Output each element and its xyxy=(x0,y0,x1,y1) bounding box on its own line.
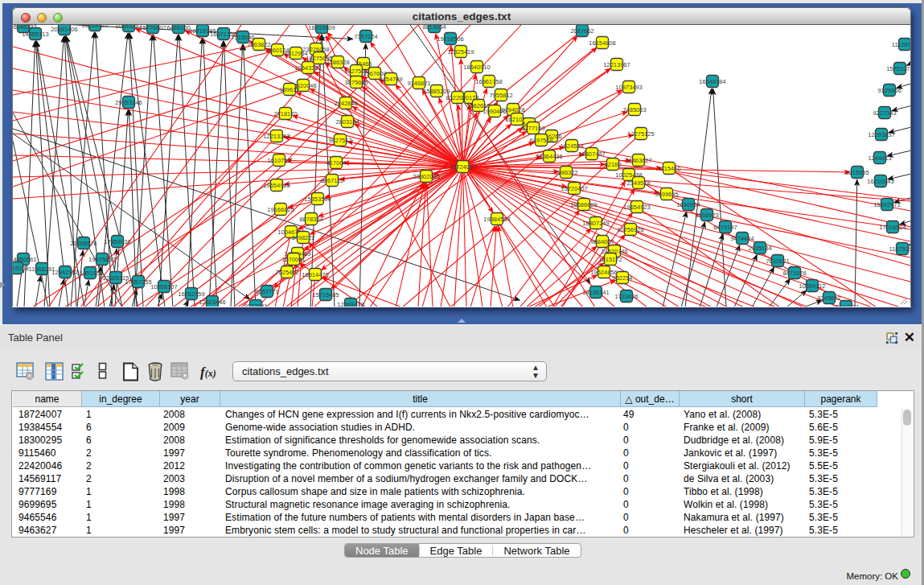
svg-text:9684067: 9684067 xyxy=(590,238,614,245)
svg-text:10756928: 10756928 xyxy=(617,226,643,233)
svg-text:9699695: 9699695 xyxy=(655,191,678,198)
svg-text:9129966: 9129966 xyxy=(877,87,901,94)
svg-text:15720407: 15720407 xyxy=(561,185,587,192)
svg-text:8267110: 8267110 xyxy=(321,177,344,184)
svg-text:18939322: 18939322 xyxy=(81,25,108,29)
svg-text:12213363: 12213363 xyxy=(263,133,290,140)
svg-text:7625402: 7625402 xyxy=(275,269,298,276)
svg-text:11126770: 11126770 xyxy=(892,41,910,48)
svg-text:9657771: 9657771 xyxy=(255,288,278,295)
svg-text:20691406: 20691406 xyxy=(51,26,77,33)
svg-text:417004: 417004 xyxy=(326,159,346,167)
svg-text:16961758: 16961758 xyxy=(475,78,502,85)
svg-text:19166825: 19166825 xyxy=(267,206,294,213)
svg-text:9115460: 9115460 xyxy=(658,165,681,172)
svg-text:15692971: 15692971 xyxy=(873,201,900,208)
svg-text:6497568: 6497568 xyxy=(529,137,552,144)
svg-text:12668478: 12668478 xyxy=(337,301,363,307)
svg-text:23302035: 23302035 xyxy=(413,173,439,180)
svg-text:252254: 252254 xyxy=(612,274,632,282)
svg-text:12213967: 12213967 xyxy=(603,61,630,68)
svg-text:3498222: 3498222 xyxy=(291,234,314,241)
svg-text:12093837: 12093837 xyxy=(868,131,894,138)
svg-text:29053346: 29053346 xyxy=(115,99,142,106)
svg-text:14055713: 14055713 xyxy=(22,31,48,38)
svg-text:16914479: 16914479 xyxy=(302,271,328,278)
svg-text:11451958: 11451958 xyxy=(77,270,104,277)
svg-text:2718170: 2718170 xyxy=(273,110,297,117)
svg-text:9072991: 9072991 xyxy=(244,303,267,307)
svg-text:20206576: 20206576 xyxy=(70,240,97,247)
svg-text:12942737: 12942737 xyxy=(51,269,78,276)
svg-text:12923446: 12923446 xyxy=(199,299,225,306)
svg-text:989612: 989612 xyxy=(279,86,299,93)
svg-text:19384554: 19384554 xyxy=(483,216,510,223)
svg-text:2087662: 2087662 xyxy=(570,27,593,35)
svg-text:21364436: 21364436 xyxy=(536,153,562,160)
svg-text:2242848: 2242848 xyxy=(334,100,357,107)
svg-text:7632621: 7632621 xyxy=(766,257,789,265)
svg-text:1733426: 1733426 xyxy=(614,293,638,300)
svg-text:14136141: 14136141 xyxy=(582,289,609,296)
svg-text:3915168: 3915168 xyxy=(13,265,29,272)
svg-text:7955812: 7955812 xyxy=(489,92,512,99)
svg-text:20542871: 20542871 xyxy=(832,303,859,307)
svg-text:8813054: 8813054 xyxy=(422,25,446,31)
svg-text:16648784: 16648784 xyxy=(699,78,725,85)
svg-text:11675394: 11675394 xyxy=(889,245,910,253)
svg-text:17016504: 17016504 xyxy=(879,224,906,231)
svg-text:19218506: 19218506 xyxy=(437,35,463,43)
svg-text:6479197: 6479197 xyxy=(713,224,737,231)
svg-text:7485063: 7485063 xyxy=(622,106,646,113)
svg-text:1640954: 1640954 xyxy=(676,201,700,208)
svg-text:10807487: 10807487 xyxy=(578,150,605,158)
svg-text:15276602: 15276602 xyxy=(139,25,166,31)
svg-text:16033809: 16033809 xyxy=(308,25,335,31)
svg-text:19654985: 19654985 xyxy=(263,182,290,189)
svg-text:3875685: 3875685 xyxy=(344,79,368,86)
svg-text:3186328: 3186328 xyxy=(326,59,349,66)
svg-text:8878334: 8878334 xyxy=(299,216,322,223)
svg-text:9146821: 9146821 xyxy=(407,80,430,87)
svg-text:15716485: 15716485 xyxy=(312,291,339,299)
svg-text:9227343: 9227343 xyxy=(873,109,896,117)
svg-text:1615172: 1615172 xyxy=(598,256,622,263)
svg-text:12275125: 12275125 xyxy=(627,130,654,138)
svg-text:10653287: 10653287 xyxy=(115,25,142,30)
svg-text:2803144: 2803144 xyxy=(335,118,359,126)
svg-text:9777169: 9777169 xyxy=(521,125,544,132)
svg-text:10973493: 10973493 xyxy=(615,84,642,91)
svg-text:11325419: 11325419 xyxy=(448,48,474,56)
svg-text:15751074: 15751074 xyxy=(886,65,910,72)
svg-text:6466160: 6466160 xyxy=(166,25,190,31)
svg-text:16154808: 16154808 xyxy=(589,39,615,47)
svg-text:8471676: 8471676 xyxy=(782,270,806,277)
svg-text:10686609: 10686609 xyxy=(570,201,597,208)
svg-text:1610755: 1610755 xyxy=(267,157,290,164)
svg-text:17357255: 17357255 xyxy=(125,278,151,286)
svg-text:18640910: 18640910 xyxy=(463,64,490,71)
svg-text:10654112: 10654112 xyxy=(799,282,826,290)
svg-text:18724007: 18724007 xyxy=(450,163,476,171)
svg-text:15353594: 15353594 xyxy=(304,196,331,203)
svg-text:7515546: 7515546 xyxy=(231,34,254,41)
svg-text:62160: 62160 xyxy=(605,161,622,168)
svg-text:19654923: 19654923 xyxy=(623,204,650,211)
svg-text:1244413: 1244413 xyxy=(868,154,891,162)
svg-text:10543362: 10543362 xyxy=(294,64,321,72)
svg-text:16210643: 16210643 xyxy=(867,178,893,185)
svg-text:10958107: 10958107 xyxy=(150,283,177,290)
svg-text:9474444: 9474444 xyxy=(730,235,754,242)
svg-text:7357224: 7357224 xyxy=(354,33,377,40)
svg-text:19975857: 19975857 xyxy=(88,256,115,263)
svg-text:9827512: 9827512 xyxy=(328,137,351,144)
svg-text:1624554: 1624554 xyxy=(560,142,583,150)
svg-text:8454749: 8454749 xyxy=(379,76,402,83)
svg-text:2349578: 2349578 xyxy=(626,179,650,187)
svg-text:9794028: 9794028 xyxy=(501,106,524,113)
svg-text:9245652: 9245652 xyxy=(817,295,840,302)
svg-text:1570061: 1570061 xyxy=(281,256,305,263)
svg-text:16782759: 16782759 xyxy=(178,290,204,298)
svg-text:17359938: 17359938 xyxy=(104,238,130,245)
svg-text:14463627: 14463627 xyxy=(625,157,651,164)
